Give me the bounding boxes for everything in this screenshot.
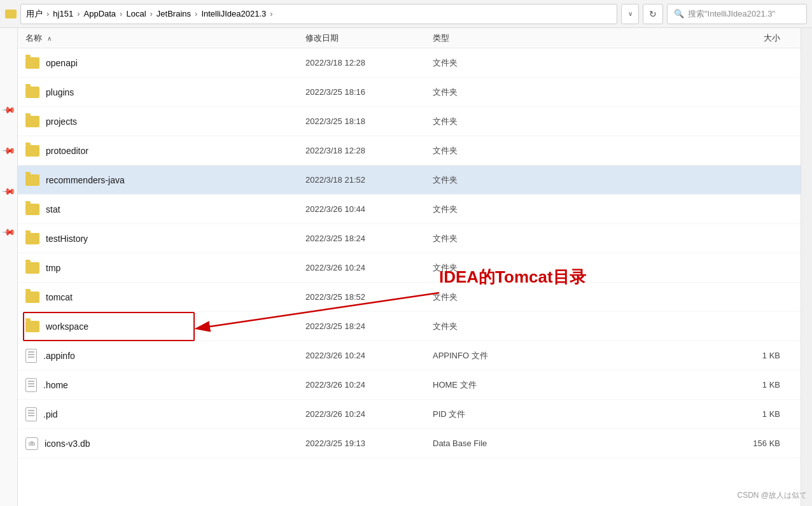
folder-icon — [25, 292, 39, 303]
file-area: 名称 ∧ 修改日期 类型 大小 openapi 2022/3/ — [18, 28, 801, 506]
file-name-text: protoeditor — [46, 146, 88, 156]
table-row[interactable]: .home 2022/3/26 10:24 HOME 文件 1 KB — [18, 370, 801, 400]
file-type-cell: PID 文件 — [433, 409, 547, 420]
file-name-cell: tmp — [25, 262, 305, 274]
col-header-size[interactable]: 大小 — [547, 32, 793, 44]
breadcrumb-item-4[interactable]: JetBrains — [157, 9, 191, 18]
file-date-cell: 2022/3/26 10:24 — [305, 409, 433, 419]
file-date-cell: 2022/3/25 18:16 — [305, 87, 433, 97]
file-name-text: projects — [46, 116, 77, 127]
table-row[interactable]: testHistory 2022/3/25 18:24 文件夹 — [18, 224, 801, 253]
chevron-down-icon: ∨ — [628, 10, 633, 17]
file-type-cell: 文件夹 — [433, 116, 547, 127]
col-header-type[interactable]: 类型 — [433, 32, 547, 44]
folder-icon — [25, 174, 39, 186]
breadcrumb-path[interactable]: 用户 › hj151 › AppData › Local › JetBrains… — [20, 4, 617, 24]
table-row[interactable]: .pid 2022/3/26 10:24 PID 文件 1 KB — [18, 400, 801, 429]
file-name-text: recommenders-java — [46, 175, 125, 185]
pin-icon-2[interactable]: 📌 — [1, 143, 16, 157]
file-name-cell: db icons-v3.db — [25, 437, 305, 450]
file-date-cell: 2022/3/25 18:52 — [305, 292, 433, 302]
file-type-cell: Data Base File — [433, 439, 547, 448]
breadcrumb-item-2[interactable]: AppData — [84, 9, 116, 18]
doc-file-icon — [25, 349, 37, 363]
file-name-cell: .appinfo — [25, 349, 305, 363]
file-name-text: .appinfo — [43, 351, 75, 361]
file-name-cell: plugins — [25, 87, 305, 98]
file-name-text: stat — [46, 204, 60, 214]
search-box[interactable]: 🔍 搜索"IntelliJIdea2021.3" — [667, 4, 807, 24]
address-bar: 用户 › hj151 › AppData › Local › JetBrains… — [0, 0, 812, 28]
column-headers: 名称 ∧ 修改日期 类型 大小 — [18, 28, 801, 48]
table-row[interactable]: projects 2022/3/25 18:18 文件夹 — [18, 107, 801, 136]
file-name-text: tomcat — [46, 292, 73, 302]
file-size-cell: 1 KB — [547, 409, 793, 419]
file-name-cell: recommenders-java — [25, 174, 305, 186]
file-name-cell: .pid — [25, 407, 305, 421]
col-header-name[interactable]: 名称 ∧ — [25, 32, 305, 44]
file-type-cell: 文件夹 — [433, 292, 547, 303]
doc-file-icon — [25, 378, 37, 392]
pin-icon-1[interactable]: 📌 — [1, 102, 16, 116]
file-type-cell: APPINFO 文件 — [433, 350, 547, 362]
file-name-text: testHistory — [46, 234, 88, 244]
file-type-cell: 文件夹 — [433, 145, 547, 157]
file-name-cell: tomcat — [25, 292, 305, 303]
sort-arrow-name: ∧ — [47, 35, 52, 42]
folder-icon — [25, 204, 39, 215]
table-row[interactable]: tmp 2022/3/26 10:24 文件夹 — [18, 253, 801, 283]
file-name-cell: protoeditor — [25, 145, 305, 157]
file-date-cell: 2022/3/18 21:52 — [305, 175, 433, 185]
table-row[interactable]: openapi 2022/3/18 12:28 文件夹 — [18, 48, 801, 78]
dropdown-button[interactable]: ∨ — [621, 4, 639, 24]
file-date-cell: 2022/3/25 19:13 — [305, 439, 433, 448]
file-name-cell: openapi — [25, 57, 305, 69]
file-size-cell: 156 KB — [547, 439, 793, 448]
breadcrumb-sep-1: › — [77, 9, 80, 18]
folder-icon — [25, 116, 39, 127]
file-date-cell: 2022/3/18 12:28 — [305, 146, 433, 155]
file-name-cell: testHistory — [25, 233, 305, 244]
pin-icon-3[interactable]: 📌 — [1, 183, 16, 198]
table-row[interactable]: .appinfo 2022/3/26 10:24 APPINFO 文件 1 KB — [18, 341, 801, 370]
scrollbar-area[interactable] — [801, 28, 812, 506]
file-type-cell: 文件夹 — [433, 57, 547, 69]
db-file-icon: db — [25, 437, 38, 450]
table-row[interactable]: protoeditor 2022/3/18 12:28 文件夹 — [18, 136, 801, 165]
table-row[interactable]: recommenders-java 2022/3/18 21:52 文件夹 — [18, 165, 801, 195]
pin-icon-4[interactable]: 📌 — [1, 224, 16, 239]
file-date-cell: 2022/3/25 18:18 — [305, 116, 433, 126]
table-row[interactable]: plugins 2022/3/25 18:16 文件夹 — [18, 78, 801, 107]
breadcrumb-item-1[interactable]: hj151 — [53, 9, 73, 18]
file-date-cell: 2022/3/26 10:24 — [305, 380, 433, 390]
breadcrumb-item-root[interactable]: 用户 — [26, 8, 43, 20]
folder-icon — [25, 145, 39, 157]
watermark: CSDN @故人は似て — [737, 490, 807, 501]
col-header-date[interactable]: 修改日期 — [305, 32, 433, 44]
tomcat-highlight-box — [23, 312, 195, 341]
breadcrumb-item-3[interactable]: Local — [126, 9, 146, 18]
refresh-button[interactable]: ↻ — [643, 4, 663, 24]
file-name-cell: stat — [25, 204, 305, 215]
file-name-text: .home — [43, 380, 68, 390]
file-size-cell: 1 KB — [547, 351, 793, 360]
search-icon: 🔍 — [674, 9, 684, 18]
file-name-text: plugins — [46, 87, 74, 97]
table-row[interactable]: db icons-v3.db 2022/3/25 19:13 Data Base… — [18, 429, 801, 458]
file-list: openapi 2022/3/18 12:28 文件夹 plugins 2022… — [18, 48, 801, 506]
file-type-cell: HOME 文件 — [433, 379, 547, 391]
file-name-text: .pid — [43, 409, 58, 419]
main-container: 📌 📌 📌 📌 名称 ∧ 修改日期 类型 大小 — [0, 28, 812, 506]
file-type-cell: 文件夹 — [433, 87, 547, 98]
file-date-cell: 2022/3/18 12:28 — [305, 58, 433, 67]
folder-icon — [25, 57, 39, 69]
breadcrumb-item-5[interactable]: IntelliJIdea2021.3 — [201, 9, 266, 18]
file-date-cell: 2022/3/25 18:24 — [305, 321, 433, 331]
file-name-text: icons-v3.db — [45, 439, 90, 449]
table-row[interactable]: stat 2022/3/26 10:44 文件夹 — [18, 195, 801, 224]
file-type-cell: 文件夹 — [433, 233, 547, 244]
file-type-cell: 文件夹 — [433, 204, 547, 215]
file-name-text: tmp — [46, 263, 60, 273]
table-row[interactable]: tomcat 2022/3/25 18:52 文件夹 — [18, 283, 801, 312]
breadcrumb-sep-5: › — [270, 9, 272, 18]
